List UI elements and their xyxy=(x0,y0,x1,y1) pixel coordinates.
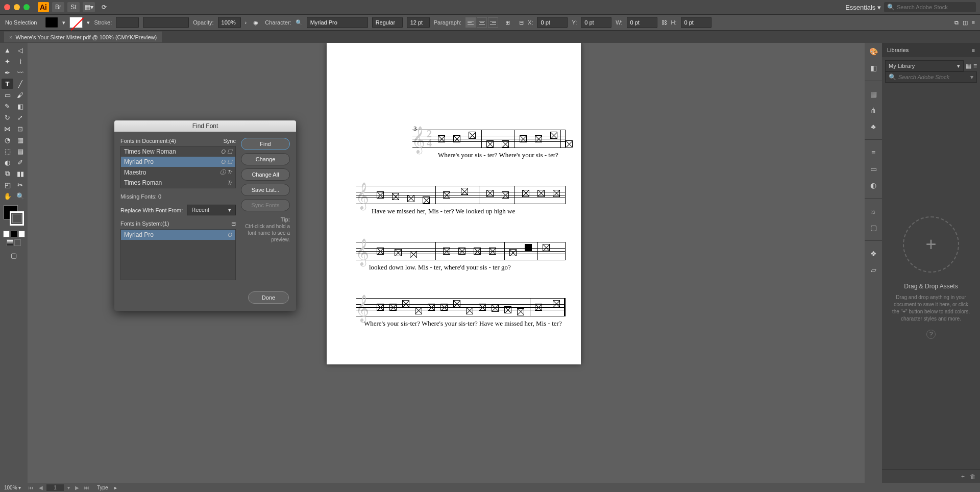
appearance-panel-icon[interactable]: ☼ xyxy=(868,206,879,217)
stroke-panel-icon[interactable]: ≡ xyxy=(868,147,879,158)
library-select[interactable]: My Library▾ xyxy=(885,60,964,71)
h-input[interactable] xyxy=(681,17,712,28)
type-tool[interactable]: T xyxy=(2,79,13,89)
layers-panel-icon[interactable]: ❖ xyxy=(868,248,879,259)
save-list-button[interactable]: Save List... xyxy=(241,184,290,196)
minimize-window-icon[interactable] xyxy=(14,4,20,10)
color-mode-none[interactable] xyxy=(18,231,25,237)
gradient-mode[interactable] xyxy=(7,239,13,246)
gradient-panel-icon[interactable]: ▭ xyxy=(868,163,879,175)
lasso-tool[interactable]: ⌇ xyxy=(14,56,26,66)
y-input[interactable] xyxy=(581,17,611,28)
stroke-weight-input[interactable] xyxy=(116,17,139,28)
first-artboard-icon[interactable]: ⏮ xyxy=(27,485,35,490)
zoom-tool[interactable]: 🔍 xyxy=(14,191,26,201)
font-row[interactable]: Times New RomanO ☐ xyxy=(121,146,235,157)
swatches-panel-icon[interactable]: ▦ xyxy=(868,88,879,100)
align-center-button[interactable] xyxy=(477,17,487,28)
artboard-dropdown-icon[interactable]: ▾ xyxy=(66,485,71,490)
color-mode-black[interactable] xyxy=(11,231,17,237)
align-right-button[interactable] xyxy=(488,17,498,28)
draw-mode[interactable] xyxy=(14,239,21,246)
align-panel-icon[interactable]: ⊟ xyxy=(519,19,524,26)
stroke-swatch[interactable] xyxy=(69,17,83,28)
magic-wand-tool[interactable]: ✦ xyxy=(2,56,13,66)
opacity-arrow-icon[interactable]: › xyxy=(245,19,247,26)
font-row[interactable]: Myriad ProO xyxy=(121,230,235,240)
chevron-down-icon[interactable]: ▾ xyxy=(970,73,973,81)
brushes-panel-icon[interactable]: ⋔ xyxy=(868,105,879,116)
change-all-button[interactable]: Change All xyxy=(241,168,290,181)
mesh-tool[interactable]: ▤ xyxy=(14,146,26,156)
gradient-tool[interactable]: ◐ xyxy=(2,157,13,167)
options-icon[interactable]: ≡ xyxy=(972,19,975,26)
delete-icon[interactable]: 🗑 xyxy=(970,473,976,480)
library-search-input[interactable] xyxy=(898,74,970,80)
rotate-tool[interactable]: ↻ xyxy=(2,112,13,122)
shaper-tool[interactable]: ✎ xyxy=(2,101,13,111)
close-window-icon[interactable] xyxy=(4,4,10,10)
opacity-input[interactable] xyxy=(218,17,241,28)
shape-builder-tool[interactable]: ◔ xyxy=(2,135,13,145)
help-icon[interactable]: ? xyxy=(926,330,936,339)
drop-target[interactable]: + xyxy=(903,216,959,273)
pen-tool[interactable]: ✒ xyxy=(2,67,13,78)
recolor-icon[interactable]: ◉ xyxy=(251,19,261,26)
font-weight-input[interactable] xyxy=(372,17,403,28)
last-artboard-icon[interactable]: ⏭ xyxy=(83,485,91,490)
panel-menu-icon[interactable]: ≡ xyxy=(972,47,975,53)
system-fonts-list[interactable]: Myriad ProO xyxy=(120,229,236,280)
add-content-icon[interactable]: + xyxy=(961,473,965,480)
maximize-window-icon[interactable] xyxy=(23,4,30,10)
artboard-number[interactable]: 1 xyxy=(46,484,64,491)
direct-selection-tool[interactable]: ◁ xyxy=(14,45,26,55)
brush-def-input[interactable] xyxy=(143,17,189,28)
artboards-panel-icon[interactable]: ▱ xyxy=(868,264,879,276)
scale-tool[interactable]: ⤢ xyxy=(14,112,26,122)
doc-fonts-list[interactable]: Times New RomanO ☐ Myriad ProO ☐ Maestro… xyxy=(120,146,236,188)
done-button[interactable]: Done xyxy=(248,291,289,304)
tab-close-icon[interactable]: × xyxy=(9,34,12,40)
font-size-input[interactable] xyxy=(407,17,430,28)
rectangle-tool[interactable]: ▭ xyxy=(2,90,13,100)
next-artboard-icon[interactable]: ▶ xyxy=(74,485,81,490)
list-view-icon[interactable]: ≡ xyxy=(973,62,977,69)
gpu-icon[interactable]: ⟳ xyxy=(98,2,110,12)
font-family-input[interactable] xyxy=(307,17,368,28)
blend-tool[interactable]: ⧉ xyxy=(2,168,13,179)
stroke-box[interactable] xyxy=(10,211,24,226)
fill-stroke-control[interactable] xyxy=(4,205,24,226)
workspace-switcher[interactable]: Essentials ▾ xyxy=(845,4,881,11)
canvas[interactable]: 3 𝄞 2 4 Where's your sis - te xyxy=(28,43,865,483)
eraser-tool[interactable]: ◧ xyxy=(14,101,26,111)
color-panel-icon[interactable]: 🎨 xyxy=(868,46,879,57)
stroke-dropdown-icon[interactable]: ▾ xyxy=(87,19,90,26)
eyedropper-tool[interactable]: ✐ xyxy=(14,157,26,167)
curvature-tool[interactable]: 〰 xyxy=(14,67,26,78)
font-search-icon[interactable]: 🔍 xyxy=(296,19,303,26)
artboard-tool[interactable]: ◰ xyxy=(2,180,13,190)
library-search[interactable]: 🔍 ▾ xyxy=(885,71,977,83)
make-envelope-icon[interactable]: ⊞ xyxy=(505,19,510,26)
change-button[interactable]: Change xyxy=(241,153,290,165)
font-row[interactable]: Times RomanTr xyxy=(121,178,235,188)
selection-tool[interactable]: ▲ xyxy=(2,45,13,55)
width-tool[interactable]: ⋈ xyxy=(2,124,13,134)
zoom-level[interactable]: 100% ▾ xyxy=(4,485,21,490)
x-input[interactable] xyxy=(537,17,568,28)
isolate-icon[interactable]: ⧉ xyxy=(954,19,959,26)
grid-view-icon[interactable]: ▦ xyxy=(966,62,971,69)
prev-artboard-icon[interactable]: ◀ xyxy=(37,485,44,490)
live-paint-tool[interactable]: ▦ xyxy=(14,135,26,145)
bridge-icon[interactable]: Br xyxy=(52,2,64,12)
symbols-panel-icon[interactable]: ♣ xyxy=(868,121,879,132)
color-mode-solid[interactable] xyxy=(3,231,10,237)
slice-tool[interactable]: ✂ xyxy=(14,180,26,190)
line-tool[interactable]: ╱ xyxy=(14,79,26,89)
stock-icon[interactable]: St xyxy=(67,2,80,12)
w-input[interactable] xyxy=(627,17,657,28)
document-tab[interactable]: × Where's Your Sister Mister.pdf @ 100% … xyxy=(4,32,162,42)
edit-clip-icon[interactable]: ◫ xyxy=(963,19,968,26)
paintbrush-tool[interactable]: 🖌 xyxy=(14,90,26,100)
column-graph-tool[interactable]: ▮▮ xyxy=(14,168,26,179)
